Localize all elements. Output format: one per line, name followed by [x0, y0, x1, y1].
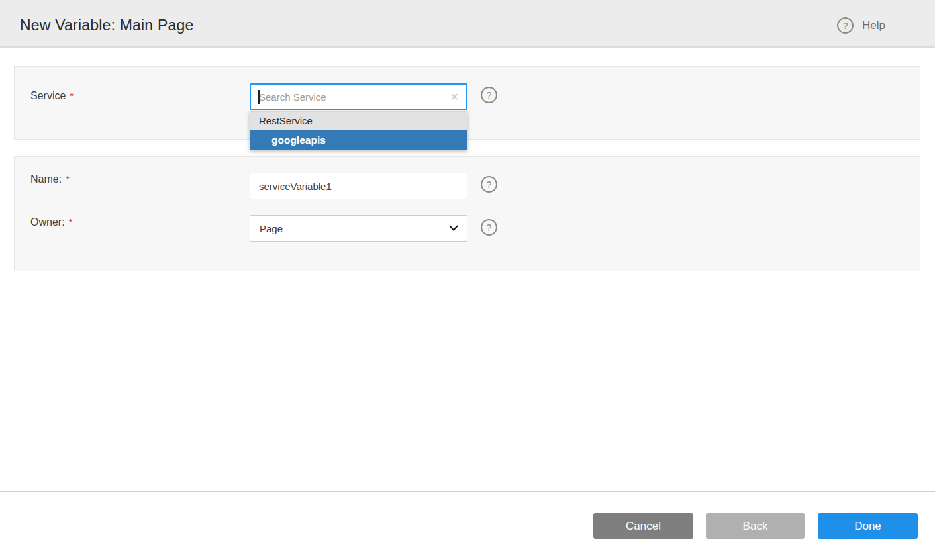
service-help-icon[interactable]: ? — [481, 87, 497, 103]
dropdown-option-googleapis[interactable]: googleapis — [250, 130, 468, 150]
service-required-marker: * — [70, 90, 74, 101]
new-variable-dialog: New Variable: Main Page ? Help Service* … — [0, 0, 935, 560]
help-label: Help — [862, 19, 885, 32]
page-title: New Variable: Main Page — [20, 17, 193, 34]
owner-select[interactable]: Page — [250, 215, 468, 242]
footer-divider — [0, 491, 935, 492]
owner-help-icon[interactable]: ? — [481, 219, 497, 236]
owner-label-text: Owner: — [30, 216, 65, 228]
dialog-header: New Variable: Main Page ? Help — [0, 0, 935, 48]
clear-search-icon[interactable]: ✕ — [450, 91, 459, 103]
name-required-marker: * — [66, 173, 70, 185]
name-help-icon[interactable]: ? — [481, 176, 497, 193]
text-cursor — [258, 90, 260, 104]
owner-required-marker: * — [69, 216, 73, 228]
owner-label: Owner:* — [30, 216, 72, 228]
service-search-box: ✕ — [250, 83, 468, 110]
service-dropdown: RestService googleapis — [250, 111, 468, 150]
chevron-down-icon — [449, 225, 458, 232]
service-label: Service* — [30, 90, 74, 102]
name-input[interactable] — [250, 173, 468, 199]
name-label: Name:* — [30, 173, 70, 185]
service-label-text: Service — [30, 90, 66, 101]
done-button[interactable]: Done — [818, 513, 918, 539]
owner-select-value: Page — [260, 223, 283, 234]
help-icon: ? — [837, 17, 854, 34]
help-button[interactable]: ? Help — [837, 17, 885, 34]
back-button[interactable]: Back — [706, 513, 805, 539]
service-search-input[interactable] — [251, 85, 466, 109]
cancel-button[interactable]: Cancel — [593, 513, 693, 539]
name-label-text: Name: — [30, 173, 62, 185]
dropdown-group-restservice[interactable]: RestService — [250, 111, 468, 130]
